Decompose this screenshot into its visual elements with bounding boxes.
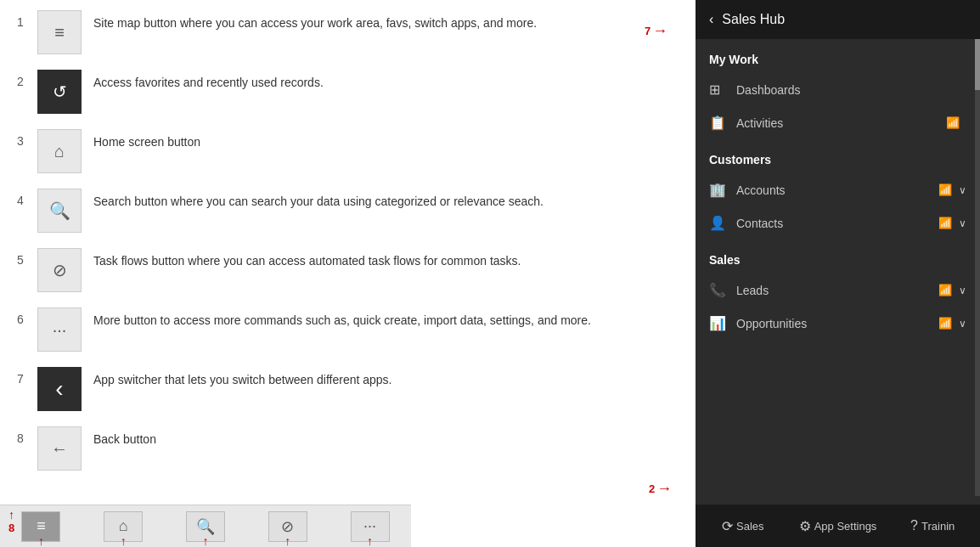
nav-section-header: My Work [696,39,980,73]
nav-bar-home-button[interactable]: ⌂↑3 [104,511,143,542]
item-text-4: Search button where you can search your … [93,194,679,211]
search-icon: 🔍 [196,517,215,536]
trainin-tab-label: Trainin [921,520,955,533]
activities-icon: 📋 [709,115,729,131]
leads-label: Leads [736,284,938,297]
back-chevron-icon[interactable]: ‹ [709,12,713,27]
list-item: 3 ⌂ Home screen button [17,129,679,173]
sales-hub-header: ‹ Sales Hub [696,0,980,39]
list-item: 6 ··· More button to access more command… [17,307,679,352]
home-icon: ⌂ [119,517,128,535]
chevron-down-icon: ∨ [959,217,966,229]
right-sidebar-panel: 7 → ‹ Sales Hub My Work ⊞ Dashboards 📋 A… [696,0,980,547]
nav-list: My Work ⊞ Dashboards 📋 Activities 📶 Cust… [696,39,980,505]
list-item: 2 ↺ Access favorites and recently used r… [17,70,679,114]
item-number-7: 7 [17,372,37,386]
item-text-2: Access favorites and recently used recor… [93,75,679,92]
annotation-bottom-1: ↑1 [38,534,44,548]
annotation-7: 7 → [645,22,667,40]
chevron-down-icon: ∨ [959,318,966,330]
item-number-3: 3 [17,134,37,148]
list-item: 7 ‹ App switcher that lets you switch be… [17,367,679,411]
sidebar-bottom-tabs: ⟳ Sales ⚙ App Settings ? Trainin [696,505,980,547]
chevron-down-icon: ∨ [959,184,966,196]
app settings-tab-icon: ⚙ [799,518,811,534]
scroll-thumb[interactable] [975,39,980,90]
item-icon-7[interactable]: ‹ [37,367,82,411]
item-text-3: Home screen button [93,134,679,151]
list-item: 4 🔍 Search button where you can search y… [17,189,679,233]
dashboards-icon: ⊞ [709,82,729,98]
item-icon-3[interactable]: ⌂ [37,129,82,173]
annotation-bottom-3: ↑3 [121,534,127,548]
more-icon: ··· [363,517,376,535]
item-icon-2[interactable]: ↺ [37,70,82,114]
nav-bar-more-button[interactable]: ···↑6 [351,511,390,542]
wifi-icon: 📶 [938,317,952,330]
nav-section-header: Sales [696,240,980,274]
item-icon-1[interactable]: ≡ [37,10,82,54]
wifi-icon: 📶 [938,217,952,229]
item-icon-5[interactable]: ⊘ [37,248,82,292]
wifi-icon: 📶 [938,284,952,296]
sidebar-item-activities[interactable]: 📋 Activities 📶 [696,106,980,139]
nav-bar-sitemap-button[interactable]: ≡↑1 [21,511,60,542]
leads-icon: 📞 [709,282,729,298]
item-text-8: Back button [93,431,679,448]
activities-label: Activities [736,116,946,130]
item-text-6: More button to access more commands such… [93,313,679,330]
item-icon-4[interactable]: 🔍 [37,189,82,233]
sidebar-item-dashboards[interactable]: ⊞ Dashboards [696,73,980,106]
accounts-label: Accounts [736,183,938,197]
taskflow-icon: ⊘ [281,517,294,536]
left-content-area: 1 ≡ Site map button where you can access… [0,0,696,547]
opportunities-icon: 📊 [709,315,729,331]
item-text-1: Site map button where you can access you… [93,15,679,32]
item-icon-6[interactable]: ··· [37,307,82,352]
tab-trainin[interactable]: ? Trainin [885,518,980,533]
sidebar-item-opportunities[interactable]: 📊 Opportunities 📶 ∨ [696,307,980,340]
item-number-1: 1 [17,15,37,29]
wifi-icon: 📶 [938,183,952,196]
chevron-down-icon: ∨ [959,285,966,296]
nav-section-header: Customers [696,139,980,173]
annotation-2: 2 → [649,480,672,498]
item-text-7: App switcher that lets you switch betwee… [93,372,679,389]
sidebar-item-leads[interactable]: 📞 Leads 📶 ∨ [696,274,980,307]
tab-app-settings[interactable]: ⚙ App Settings [791,518,886,534]
item-number-6: 6 [17,313,37,326]
sidebar-item-contacts[interactable]: 👤 Contacts 📶 ∨ [696,206,980,240]
list-item: 8 ← Back button [17,426,679,471]
annotation-bottom-6: ↑6 [367,534,373,548]
contacts-icon: 👤 [709,215,729,231]
opportunities-label: Opportunities [736,317,938,330]
app settings-tab-label: App Settings [814,520,877,533]
item-number-8: 8 [17,431,37,445]
annotation-bottom-4: ↑4 [202,534,208,548]
item-icon-8[interactable]: ← [37,426,82,471]
sales-tab-icon: ⟳ [722,518,733,534]
item-number-5: 5 [17,253,37,267]
wifi-icon: 📶 [946,116,960,129]
nav-bar-search-button[interactable]: 🔍↑4 [186,511,225,542]
trainin-tab-icon: ? [910,518,918,533]
item-text-5: Task flows button where you can access a… [93,253,679,270]
item-number-4: 4 [17,194,37,207]
bottom-navigation-bar: ≡↑1⌂↑3🔍↑4⊘↑5···↑6 [0,505,411,547]
item-number-2: 2 [17,75,37,88]
sales-hub-title: Sales Hub [722,12,785,27]
nav-bar-taskflow-button[interactable]: ⊘↑5 [268,511,307,542]
sales-tab-label: Sales [736,520,764,533]
annotation-bottom-5: ↑5 [284,534,290,548]
sidebar-item-accounts[interactable]: 🏢 Accounts 📶 ∨ [696,173,980,206]
accounts-icon: 🏢 [709,182,729,198]
dashboards-label: Dashboards [736,83,966,97]
tab-sales[interactable]: ⟳ Sales [696,518,791,534]
list-item: 5 ⊘ Task flows button where you can acce… [17,248,679,292]
scrollbar[interactable] [975,39,980,496]
contacts-label: Contacts [736,217,938,230]
annotation-8: ↑8 [8,508,14,534]
sitemap-icon: ≡ [37,517,46,535]
list-item: 1 ≡ Site map button where you can access… [17,10,679,54]
